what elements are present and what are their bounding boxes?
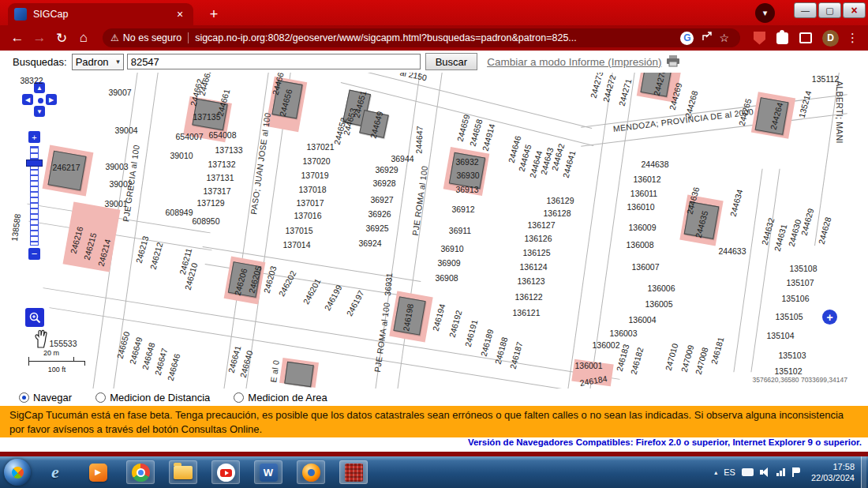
share-icon[interactable] [702,31,713,45]
map-coordinates: 3576620,36580 7033699,34147 [752,376,847,384]
taskbar-firefox-icon[interactable] [297,460,325,484]
bookmark-star-icon[interactable]: ☆ [719,32,729,44]
map-parcel-label: 246192 [447,310,464,339]
mode-radio-medicion-de-area[interactable]: Medicion de Area [234,392,327,404]
map-parcel-label: 36908 [435,273,458,283]
map-parcel-label: 39004 [114,126,137,135]
show-desktop-button[interactable] [861,456,866,488]
keyboard-icon[interactable] [742,468,754,476]
map-parcel-label: 135103 [778,351,806,360]
tab-search-chevron-icon[interactable]: ▾ [755,3,775,23]
window-close-button[interactable]: × [843,2,866,18]
map-parcel-label: 136012 [633,175,660,184]
map-parcel-label: 137131 [206,173,234,182]
action-center-flag-icon[interactable] [791,467,800,477]
map-parcel-label: 135102 [774,366,802,376]
map-parcel-label: 136123 [517,276,544,286]
taskbar-media-player-icon[interactable]: ▶ [84,460,112,484]
browser-toolbar: ← → ↻ ⌂ ⚠ No es seguro sigcap.no-ip.org:… [0,25,868,51]
map-parcel-label: 136009 [628,223,656,232]
browser-tab[interactable]: SIGCap × [8,3,193,25]
street-line [28,221,211,251]
map-parcel-label: 137129 [196,198,224,208]
forward-icon[interactable]: → [28,28,51,48]
radio-icon[interactable] [234,392,244,403]
map-parcel-label: 246182 [629,347,645,376]
map-street-label: PASO; JUAN JOSE al 100 [249,112,272,216]
hidden-icons-chevron-icon[interactable]: ▴ [714,469,717,476]
start-button[interactable] [4,459,31,486]
pan-left-icon[interactable]: ◀ [22,94,33,105]
taskbar-file-explorer-icon[interactable] [169,460,197,484]
taskbar-youtube-icon[interactable] [211,460,240,484]
map-parcel-label: 155533 [49,339,77,348]
zoom-in-button[interactable]: + [28,131,40,143]
map-parcel-label: 654007 [175,132,203,141]
report-mode-link[interactable]: Cambiar a modo Informe (Impresión) [487,56,661,68]
search-button[interactable]: Buscar [425,53,477,70]
adblock-extension-icon[interactable] [754,32,765,45]
map-parcel-label: 136129 [546,196,574,205]
map-parcel-label: 136122 [514,292,542,302]
map-parcel-label: 247010 [664,343,680,372]
chrome-logo-icon [132,464,150,482]
map-parcel-label: 137018 [298,185,326,194]
reload-icon[interactable]: ↻ [51,28,73,48]
volume-icon[interactable] [760,467,770,477]
zoom-box-tool-button[interactable] [25,308,44,327]
map-canvas[interactable]: ▲ ◀ ▶ ▼ + − 20 m 100 ft + 3576620,36580 … [0,73,868,389]
taskbar-date: 22/03/2024 [811,472,855,483]
browser-menu-icon[interactable]: ⋮ [847,31,859,45]
new-tab-button[interactable]: + [204,5,224,24]
pan-down-icon[interactable]: ▼ [34,106,45,117]
tab-close-icon[interactable]: × [173,7,187,21]
map-parcel-label: 137133 [215,145,242,155]
address-bar[interactable]: ⚠ No es seguro sigcap.no-ip.org:8082/geo… [103,28,740,47]
map-parcel-label: 136126 [524,234,552,243]
taskbar-word-icon[interactable]: W [254,460,282,484]
radio-icon[interactable] [19,392,29,403]
internet-explorer-logo-icon: e [51,462,59,482]
back-icon[interactable]: ← [6,28,28,48]
radio-icon[interactable] [95,392,106,403]
taskbar-time: 17:58 [811,461,855,472]
mode-radio-navegar[interactable]: Navegar [19,392,72,404]
extensions-puzzle-icon[interactable] [776,32,788,44]
taskbar-internet-explorer-icon[interactable]: e [41,460,69,484]
search-type-select[interactable]: Padron ▾ [72,54,124,70]
search-row: Busquedas: Padron ▾ Buscar Cambiar a mod… [0,51,868,73]
map-parcel-label: 137317 [203,186,230,196]
map-scale: 20 m 100 ft [28,349,92,374]
window-maximize-button[interactable]: ▢ [818,2,841,18]
printer-icon[interactable] [666,54,680,69]
pan-center-icon[interactable] [38,98,43,103]
zoom-slider-handle[interactable] [26,160,43,167]
map-parcel-label: 39007 [108,88,131,97]
magnifier-plus-icon [28,311,42,325]
map-parcel-label: 137019 [301,171,328,180]
map-parcel-label: 36929 [375,165,398,175]
map-parcel-label: 246187 [508,341,525,370]
taskbar-chrome-icon[interactable] [126,460,155,484]
zoom-out-button[interactable]: − [28,248,40,260]
pan-right-icon[interactable]: ▶ [46,94,57,105]
home-icon[interactable]: ⌂ [73,28,95,48]
panel-expand-button[interactable]: + [822,310,837,325]
map-parcel-label: 137021 [306,142,334,152]
map-parcel-label: 36910 [440,244,463,253]
network-icon[interactable] [776,468,785,476]
map-parcel-label: 136006 [647,283,675,293]
firefox-logo-icon [302,464,320,482]
mode-radio-medicion-de-distancia[interactable]: Medicion de Distancia [95,392,210,404]
taskbar-sigcap-app-icon[interactable] [339,460,368,484]
profile-avatar[interactable]: D [822,30,839,47]
sidebar-icon[interactable] [799,32,812,43]
search-input[interactable] [127,54,421,69]
language-indicator[interactable]: ES [724,467,735,477]
google-icon[interactable]: G [680,32,694,45]
map-parcel-label: 36911 [449,226,471,235]
map-parcel-label: 246202 [276,269,297,298]
window-minimize-button[interactable]: — [794,2,817,18]
map-parcel-label: 246646 [166,353,182,382]
taskbar-clock[interactable]: 17:58 22/03/2024 [811,461,855,484]
